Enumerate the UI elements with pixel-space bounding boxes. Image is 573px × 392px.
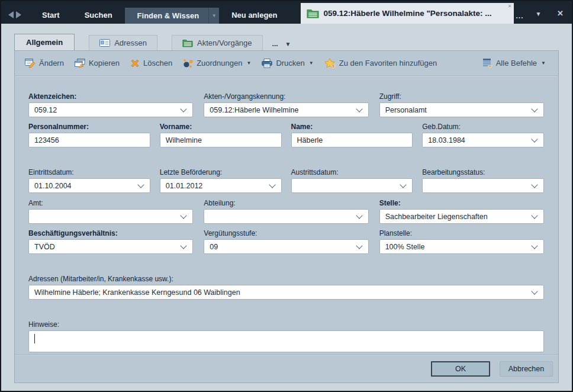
chevron-down-icon[interactable] xyxy=(531,212,537,219)
field-name: Name: xyxy=(291,123,413,147)
stelle-combobox[interactable] xyxy=(379,209,544,224)
abteilung-combobox[interactable] xyxy=(204,209,368,224)
planstelle-combobox[interactable] xyxy=(379,239,544,254)
tabstrip-overflow-dots[interactable]: ... xyxy=(272,40,278,50)
cancel-button[interactable]: Abbrechen xyxy=(500,361,553,377)
bearbeitungsstatus-input[interactable] xyxy=(428,182,529,190)
toolbar-label: Zu den Favoriten hinzufügen xyxy=(339,59,437,68)
tab-allgemein[interactable]: Allgemein xyxy=(14,34,75,50)
toolbar-label: Ändern xyxy=(39,59,64,68)
aktenzeichen-input[interactable] xyxy=(34,106,178,114)
beschaeftigung-combobox[interactable] xyxy=(28,239,193,254)
chevron-down-icon[interactable] xyxy=(181,212,187,219)
field-label: Aktenzeichen: xyxy=(28,92,193,101)
kennung-combobox[interactable] xyxy=(204,102,368,117)
chevron-down-icon[interactable] xyxy=(531,288,537,294)
chevron-down-icon[interactable] xyxy=(269,181,275,188)
tab-adressen[interactable]: Adressen xyxy=(89,35,157,50)
drucken-button[interactable]: Drucken ▼ xyxy=(256,56,318,70)
loeschen-button[interactable]: Löschen xyxy=(125,56,178,70)
chevron-down-icon[interactable] xyxy=(356,242,362,249)
favoriten-button[interactable]: Zu den Favoriten hinzufügen xyxy=(319,56,443,70)
tab-label: Akten/Vorgänge xyxy=(197,38,252,47)
stelle-input[interactable] xyxy=(385,213,529,221)
austrittsdatum-input[interactable] xyxy=(297,182,398,190)
abteilung-input[interactable] xyxy=(210,213,353,221)
adressen-input[interactable] xyxy=(34,288,529,297)
history-nav xyxy=(1,11,30,24)
nav-item-start[interactable]: Start xyxy=(30,8,72,24)
gebdatum-input[interactable] xyxy=(428,136,529,144)
chevron-down-icon[interactable] xyxy=(181,105,187,112)
amt-input[interactable] xyxy=(34,213,178,221)
name-input[interactable] xyxy=(297,136,407,144)
ok-button[interactable]: OK xyxy=(431,361,490,377)
austrittsdatum-combobox[interactable] xyxy=(291,178,413,193)
tab-overflow-dots[interactable]: ... xyxy=(514,12,527,24)
zuordnungen-button[interactable]: Zuordnungen ▼ xyxy=(178,56,256,70)
gebdatum-combobox[interactable] xyxy=(422,133,544,147)
document-tab-title: 059.12:Häberle Wilhelmine "Personalakte:… xyxy=(324,9,492,18)
amt-combobox[interactable] xyxy=(28,209,193,224)
vorname-input[interactable] xyxy=(166,136,276,144)
befoerderung-combobox[interactable] xyxy=(160,178,282,193)
kopieren-button[interactable]: Kopieren xyxy=(69,56,125,70)
folder-icon xyxy=(307,8,319,18)
nav-item-suchen[interactable]: Suchen xyxy=(72,8,125,24)
tab-list-dropdown-icon[interactable]: ▼ xyxy=(527,11,542,24)
chevron-down-icon[interactable] xyxy=(356,105,362,112)
personalnummer-field[interactable] xyxy=(28,133,150,147)
field-label: Zugriff: xyxy=(379,92,544,101)
name-field[interactable] xyxy=(291,133,413,147)
vorname-field[interactable] xyxy=(160,133,282,147)
document-tab[interactable]: 059.12:Häberle Wilhelmine "Personalakte:… xyxy=(301,3,514,24)
field-abteilung: Abteilung: xyxy=(204,199,368,224)
kennung-input[interactable] xyxy=(210,106,353,114)
aktenzeichen-combobox[interactable] xyxy=(28,102,193,117)
beschaeftigung-input[interactable] xyxy=(34,243,178,251)
field-aktenzeichen: Aktenzeichen: xyxy=(28,92,193,117)
chevron-down-icon[interactable] xyxy=(356,212,362,219)
field-kennung: Akten-/Vorgangskennung: xyxy=(204,92,368,117)
field-verguetungsstufe: Vergütungsstufe: xyxy=(204,229,368,254)
chevron-down-icon[interactable] xyxy=(531,181,537,188)
field-label: Vorname: xyxy=(160,123,282,131)
eintrittsdatum-input[interactable] xyxy=(34,182,135,190)
nav-dropdown[interactable]: ▼ xyxy=(208,8,219,24)
chevron-down-icon[interactable] xyxy=(400,181,407,188)
field-label: Hinweise: xyxy=(28,320,544,329)
field-gebdatum: Geb.Datum: xyxy=(422,123,544,147)
copy-icon xyxy=(75,59,85,68)
adressen-combobox[interactable] xyxy=(28,285,544,300)
verguetungsstufe-input[interactable] xyxy=(210,243,353,251)
hinweise-textarea[interactable] xyxy=(29,331,543,352)
alle-befehle-button[interactable]: Alle Befehle ▼ xyxy=(477,56,551,70)
chevron-down-icon[interactable] xyxy=(137,181,144,188)
window-close-icon[interactable]: ✕ xyxy=(557,9,572,24)
chevron-down-icon[interactable] xyxy=(531,136,537,142)
nav-item-finden-wissen[interactable]: Finden & Wissen ▼ xyxy=(125,8,220,24)
personalnummer-input[interactable] xyxy=(34,136,144,144)
chevron-down-icon[interactable] xyxy=(181,242,187,249)
toolbar-label: Alle Befehle xyxy=(496,59,537,68)
zugriff-combobox[interactable] xyxy=(379,102,544,117)
bearbeitungsstatus-combobox[interactable] xyxy=(422,178,544,193)
nav-item-neu-anlegen[interactable]: Neu anlegen xyxy=(219,8,289,24)
associations-icon xyxy=(183,59,193,68)
chevron-down-icon[interactable] xyxy=(531,242,537,249)
aendern-button[interactable]: Ändern xyxy=(20,56,69,70)
zugriff-input[interactable] xyxy=(385,106,529,114)
folder-icon xyxy=(182,38,193,47)
eintrittsdatum-combobox[interactable] xyxy=(28,178,150,193)
back-arrow-icon[interactable] xyxy=(8,11,14,18)
befoerderung-input[interactable] xyxy=(166,182,266,190)
chevron-down-icon[interactable] xyxy=(531,105,537,112)
planstelle-input[interactable] xyxy=(385,243,529,251)
tabstrip-dropdown-icon[interactable]: ▼ xyxy=(285,41,291,50)
tab-akten-vorgaenge[interactable]: Akten/Vorgänge xyxy=(172,35,263,50)
tab-close-icon[interactable]: ✕ xyxy=(508,4,512,9)
chevron-down-icon: ▼ xyxy=(246,60,251,66)
tab-label: Allgemein xyxy=(26,38,63,47)
forward-arrow-icon[interactable] xyxy=(16,11,21,18)
verguetungsstufe-combobox[interactable] xyxy=(204,239,368,254)
